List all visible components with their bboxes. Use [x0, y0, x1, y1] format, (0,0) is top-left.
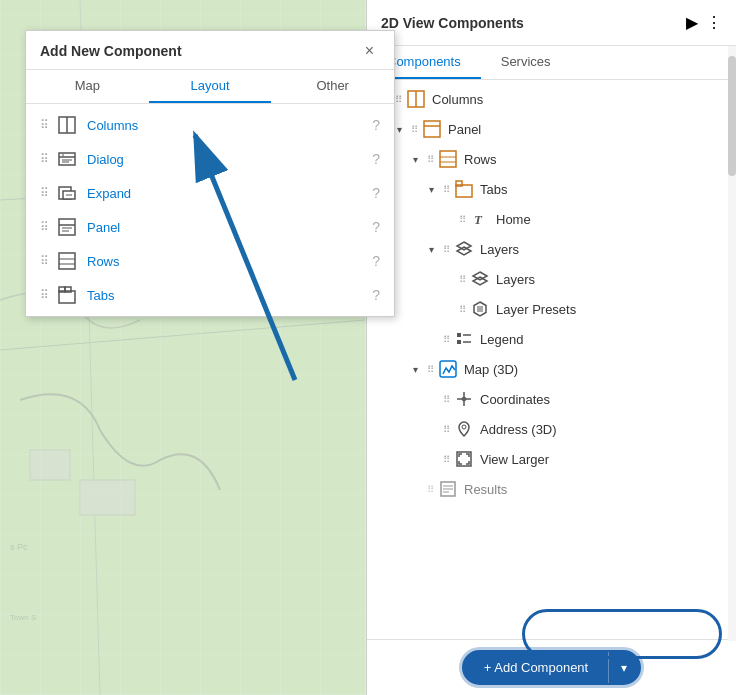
- svg-point-55: [462, 425, 466, 429]
- home-icon: T: [470, 209, 490, 229]
- item-label: Dialog: [87, 152, 372, 167]
- tab-services[interactable]: Services: [481, 46, 571, 79]
- help-icon[interactable]: ?: [372, 253, 380, 269]
- svg-rect-31: [424, 121, 440, 137]
- svg-rect-28: [65, 287, 71, 292]
- vc-header: 2D View Components ▶ ⋮: [367, 0, 736, 46]
- expand-arrow-icon: ▾: [423, 184, 439, 195]
- vc-tabs: Components Services: [367, 46, 736, 80]
- svg-rect-37: [456, 181, 462, 186]
- list-item[interactable]: ⠿ Tabs ?: [26, 278, 394, 312]
- add-component-button[interactable]: + Add Component ▾: [462, 650, 641, 685]
- tree-item-columns[interactable]: ▾ ⠿ Columns: [367, 84, 736, 114]
- help-icon[interactable]: ?: [372, 151, 380, 167]
- help-icon[interactable]: ?: [372, 219, 380, 235]
- panel-icon: [422, 119, 442, 139]
- tree-item-coordinates[interactable]: ▾ ⠿ Coordinates: [367, 384, 736, 414]
- tree-item-layers-parent[interactable]: ▾ ⠿ Layers: [367, 234, 736, 264]
- list-item[interactable]: ⠿ Rows ?: [26, 244, 394, 278]
- add-component-dropdown-icon[interactable]: ▾: [609, 653, 639, 683]
- drag-handle-icon: ⠿: [40, 254, 49, 268]
- svg-marker-41: [473, 272, 487, 280]
- help-icon[interactable]: ?: [372, 117, 380, 133]
- drag-handle-icon: ⠿: [459, 274, 466, 285]
- tree-item-rows[interactable]: ▾ ⠿ Rows: [367, 144, 736, 174]
- tab-map[interactable]: Map: [26, 70, 149, 103]
- rows-icon: [57, 251, 77, 271]
- close-button[interactable]: ×: [359, 41, 380, 61]
- tree-item-legend[interactable]: ▾ ⠿ Legend: [367, 324, 736, 354]
- tabs-icon: [454, 179, 474, 199]
- list-item[interactable]: ⠿ Dialog ?: [26, 142, 394, 176]
- tabs-icon: [57, 285, 77, 305]
- map3d-icon: [438, 359, 458, 379]
- drag-handle-icon: ⠿: [443, 334, 450, 345]
- drag-handle-icon: ⠿: [427, 364, 434, 375]
- item-label: Panel: [87, 220, 372, 235]
- tree-label: Rows: [464, 152, 497, 167]
- tree-label: Map (3D): [464, 362, 518, 377]
- list-item[interactable]: ⠿ Columns ?: [26, 108, 394, 142]
- expand-arrow-icon: ▾: [407, 154, 423, 165]
- tree-item-home[interactable]: ▾ ⠿ T Home: [367, 204, 736, 234]
- tree-label: Home: [496, 212, 531, 227]
- svg-text:T: T: [474, 212, 483, 227]
- tree-label: Results: [464, 482, 507, 497]
- help-icon[interactable]: ?: [372, 185, 380, 201]
- drag-handle-icon: ⠿: [443, 454, 450, 465]
- svg-marker-39: [457, 242, 471, 250]
- add-component-label: + Add Component: [464, 652, 609, 683]
- header-icons: ▶ ⋮: [686, 13, 722, 32]
- coordinates-icon: [454, 389, 474, 409]
- drag-handle-icon: ⠿: [427, 484, 434, 495]
- svg-rect-11: [59, 153, 75, 165]
- more-options-icon[interactable]: ⋮: [706, 13, 722, 32]
- list-item[interactable]: ⠿ Panel ?: [26, 210, 394, 244]
- expand-icon: [57, 183, 77, 203]
- columns-icon: [57, 115, 77, 135]
- tab-layout[interactable]: Layout: [149, 70, 272, 103]
- add-new-component-panel: Add New Component × Map Layout Other ⠿ C…: [25, 30, 395, 317]
- tree-item-panel[interactable]: ▾ ⠿ Panel: [367, 114, 736, 144]
- tree-item-results[interactable]: ▾ ⠿ Results: [367, 474, 736, 504]
- view-components-panel: 2D View Components ▶ ⋮ Components Servic…: [366, 0, 736, 695]
- dialog-icon: [57, 149, 77, 169]
- drag-handle-icon: ⠿: [40, 288, 49, 302]
- tree-item-viewlarger[interactable]: ▾ ⠿ View Larger: [367, 444, 736, 474]
- svg-rect-19: [59, 219, 75, 235]
- svg-rect-33: [440, 151, 456, 167]
- layer-presets-icon: [470, 299, 490, 319]
- svg-marker-42: [473, 277, 487, 285]
- results-icon: [438, 479, 458, 499]
- tree-item-layers-child[interactable]: ▾ ⠿ Layers: [367, 264, 736, 294]
- svg-rect-3: [30, 450, 70, 480]
- svg-rect-26: [59, 291, 75, 303]
- expand-arrow-icon: ▾: [407, 364, 423, 375]
- vc-tree-content[interactable]: ▾ ⠿ Columns ▾ ⠿ Panel ▾: [367, 80, 736, 639]
- drag-handle-icon: ⠿: [411, 124, 418, 135]
- tree-label: Layers: [480, 242, 519, 257]
- tree-label: Layer Presets: [496, 302, 576, 317]
- drag-handle-icon: ⠿: [40, 118, 49, 132]
- tree-item-address3d[interactable]: ▾ ⠿ Address (3D): [367, 414, 736, 444]
- svg-line-1: [0, 320, 365, 350]
- item-label: Rows: [87, 254, 372, 269]
- svg-rect-27: [59, 287, 65, 292]
- tree-label: Layers: [496, 272, 535, 287]
- tab-other[interactable]: Other: [271, 70, 394, 103]
- tree-label: Tabs: [480, 182, 507, 197]
- rows-icon: [438, 149, 458, 169]
- drag-handle-icon: ⠿: [40, 152, 49, 166]
- tree-label: Legend: [480, 332, 523, 347]
- scrollbar-thumb[interactable]: [728, 56, 736, 176]
- help-icon[interactable]: ?: [372, 287, 380, 303]
- tree-item-layer-presets[interactable]: ▾ ⠿ Layer Presets: [367, 294, 736, 324]
- tree-item-tabs[interactable]: ▾ ⠿ Tabs: [367, 174, 736, 204]
- list-item[interactable]: ⠿ Expand ?: [26, 176, 394, 210]
- tree-item-map3d[interactable]: ▾ ⠿ Map (3D): [367, 354, 736, 384]
- drag-handle-icon: ⠿: [443, 244, 450, 255]
- legend-icon: [454, 329, 474, 349]
- tree-label: Coordinates: [480, 392, 550, 407]
- cursor-icon[interactable]: ▶: [686, 13, 698, 32]
- drag-handle-icon: ⠿: [395, 94, 402, 105]
